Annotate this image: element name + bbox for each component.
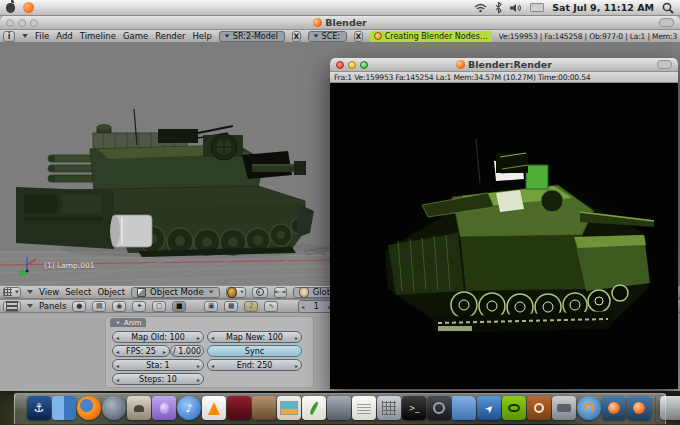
- shading-context-button[interactable]: ◉: [112, 301, 126, 312]
- dock-icon-itunes[interactable]: [177, 396, 201, 420]
- menu-render[interactable]: Render: [155, 31, 185, 41]
- scene-context-button[interactable]: ■: [172, 301, 186, 312]
- menubar-clock[interactable]: Sat Jul 9, 11:12 AM: [552, 2, 654, 13]
- map-old-field[interactable]: Map Old: 100: [112, 331, 204, 343]
- dock-icon-activity-monitor[interactable]: [427, 396, 451, 420]
- dock-icon-folder[interactable]: [452, 396, 476, 420]
- dock-icon-terminal[interactable]: [402, 396, 426, 420]
- render-subcontext-button[interactable]: ▣: [204, 301, 218, 312]
- dock-icon-ubuntu-app[interactable]: [527, 396, 551, 420]
- sync-toggle-button[interactable]: Sync: [207, 345, 302, 357]
- lamp-axis-gizmo[interactable]: [18, 255, 38, 277]
- menu-object[interactable]: Object: [97, 287, 125, 297]
- mode-dropdown[interactable]: Object Mode: [131, 287, 220, 298]
- dock-icon-textedit[interactable]: [352, 396, 376, 420]
- menu-timeline[interactable]: Timeline: [80, 31, 116, 41]
- manipulator-toggle-button[interactable]: ⇤⇥: [274, 287, 287, 298]
- toolbar-toggle-button[interactable]: [657, 60, 672, 69]
- apple-menu-icon[interactable]: [6, 3, 15, 13]
- wifi-icon[interactable]: [474, 3, 487, 13]
- dock-icon-feather-editor[interactable]: [302, 396, 326, 420]
- dock-icon-iphoto[interactable]: [277, 396, 301, 420]
- pivot-dropdown[interactable]: [252, 287, 268, 298]
- chevron-down-icon: [224, 34, 229, 37]
- dock-icon-nvidia-settings[interactable]: [502, 396, 526, 420]
- dock-icon-painting-app[interactable]: [127, 396, 151, 420]
- dock-icon-firefox[interactable]: [77, 396, 101, 420]
- chevron-down-icon: [240, 291, 244, 293]
- dock-icon-camera-app[interactable]: [327, 396, 351, 420]
- dock-icon-photos-app[interactable]: [252, 396, 276, 420]
- map-new-field[interactable]: Map New: 100: [207, 331, 302, 343]
- screen-delete-button[interactable]: X: [292, 31, 301, 42]
- menu-view[interactable]: View: [39, 287, 59, 297]
- chevron-down-icon: [313, 34, 318, 37]
- minimize-button[interactable]: [18, 19, 26, 27]
- header-collapse-icon[interactable]: [27, 304, 33, 308]
- anim-subcontext-button[interactable]: ▦: [224, 301, 238, 312]
- script-context-button[interactable]: ▤: [92, 301, 106, 312]
- dock-icon-vlc[interactable]: [202, 396, 226, 420]
- anim-panel-tab[interactable]: Anim: [110, 318, 146, 327]
- close-button[interactable]: [336, 61, 344, 69]
- menu-game[interactable]: Game: [123, 31, 148, 41]
- blender-window-titlebar[interactable]: Blender: [0, 16, 680, 30]
- object-context-button[interactable]: ✦: [132, 301, 146, 312]
- fps-factor-field[interactable]: / 1.000: [170, 345, 204, 357]
- zoom-button[interactable]: [360, 61, 368, 69]
- volume-icon[interactable]: [510, 3, 522, 13]
- menu-file[interactable]: File: [35, 31, 49, 41]
- sound-subcontext-button[interactable]: ♪: [244, 301, 258, 312]
- logic-context-button[interactable]: ●: [72, 301, 86, 312]
- chevron-down-icon: [116, 321, 120, 323]
- toolbar-toggle-button[interactable]: [659, 18, 674, 27]
- battery-icon[interactable]: [530, 3, 544, 12]
- dock-icon-camino-browser[interactable]: [102, 396, 126, 420]
- dock-icon-trash[interactable]: [660, 396, 680, 420]
- panels-menu[interactable]: Panels: [39, 301, 66, 311]
- sequencer-subcontext-button[interactable]: ∿: [264, 301, 278, 312]
- dock-icon-balloons-app[interactable]: [152, 396, 176, 420]
- scene-selector[interactable]: SCE:: [308, 31, 347, 42]
- dock-icon-media-app[interactable]: [227, 396, 251, 420]
- menu-select[interactable]: Select: [65, 287, 91, 297]
- window-title: Blender:Render: [330, 59, 678, 70]
- menu-add[interactable]: Add: [56, 31, 72, 41]
- frame-number-field[interactable]: 1: [298, 300, 334, 313]
- screen-selector[interactable]: SR:2-Model: [219, 31, 285, 42]
- minimize-button[interactable]: [348, 61, 356, 69]
- rendered-tank-image: [330, 83, 678, 389]
- render-result-canvas: [330, 83, 678, 389]
- editor-type-icon[interactable]: [3, 287, 21, 298]
- dock-icon-remote-desktop[interactable]: [477, 396, 501, 420]
- bluetooth-icon[interactable]: [495, 2, 502, 13]
- chevron-down-icon: [15, 291, 19, 294]
- scene-delete-button[interactable]: X: [354, 31, 363, 42]
- header-collapse-icon[interactable]: [22, 34, 28, 38]
- editor-type-icon[interactable]: [3, 301, 21, 312]
- header-collapse-icon[interactable]: [27, 290, 33, 294]
- dock-icon-calculator[interactable]: [377, 396, 401, 420]
- start-frame-field[interactable]: Sta: 1: [112, 359, 204, 371]
- dock-separator: [655, 396, 656, 422]
- close-button[interactable]: [6, 19, 14, 27]
- dock-icon-network-app[interactable]: [577, 396, 601, 420]
- dock-icon-finder[interactable]: [52, 396, 76, 420]
- active-app-blender-icon[interactable]: [23, 2, 34, 13]
- render-window-titlebar[interactable]: Blender:Render: [330, 58, 678, 72]
- menu-help[interactable]: Help: [192, 31, 211, 41]
- dock-icon-anchor-app[interactable]: [27, 396, 51, 420]
- draw-mode-dropdown[interactable]: [226, 287, 246, 298]
- editing-context-button[interactable]: ▢: [152, 301, 166, 312]
- active-object-label: (1) Lamp.001: [44, 261, 95, 270]
- dock-icon-blender[interactable]: [602, 396, 626, 420]
- dock-icon-blender-2[interactable]: [627, 396, 651, 420]
- fps-field[interactable]: FPS: 25: [112, 345, 170, 357]
- dock-icon-printer[interactable]: [552, 396, 576, 420]
- window-controls: [6, 19, 38, 27]
- spotlight-icon[interactable]: [662, 2, 674, 14]
- window-type-icon[interactable]: [3, 31, 15, 42]
- steps-field[interactable]: Steps: 10: [112, 373, 204, 385]
- end-frame-field[interactable]: End: 250: [207, 359, 302, 371]
- zoom-button[interactable]: [30, 19, 38, 27]
